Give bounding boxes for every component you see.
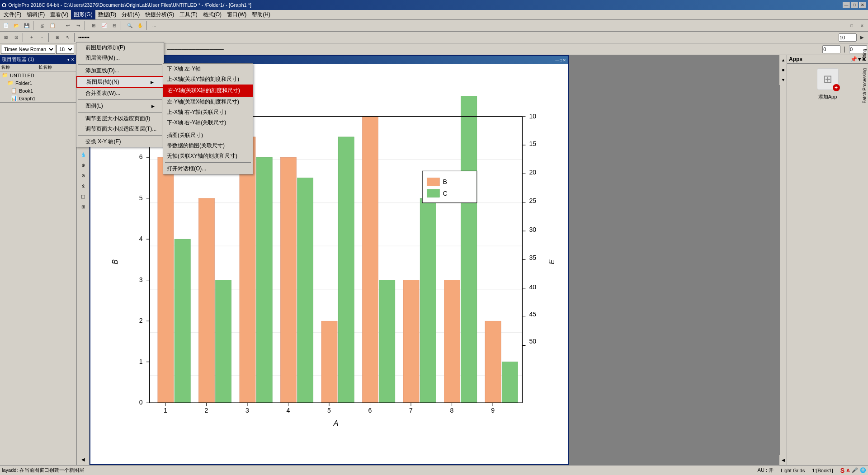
tray-icon-mic: 🎤 <box>852 467 858 473</box>
menu-view[interactable]: 查看(V) <box>47 10 71 19</box>
tb2-zoom-out[interactable]: - <box>37 33 47 42</box>
menu-fit-page[interactable]: 调节页面大小以适应图层(T)... <box>76 124 164 134</box>
menu-tools[interactable]: 工具(T) <box>177 10 200 19</box>
fmt-number-input[interactable] <box>822 45 840 53</box>
nl-bottom-right-linked[interactable]: 下-X轴 右-Y轴(关联尺寸) <box>163 118 253 128</box>
toolbar-number-input[interactable] <box>839 33 857 42</box>
maximize-button[interactable]: □ <box>851 2 858 8</box>
vt-picker[interactable]: 💧 <box>78 150 88 160</box>
y-label-1: 1 <box>139 358 143 365</box>
x-label-8: 8 <box>450 407 454 414</box>
nl-inset-data[interactable]: 带数据的插图(关联尺寸) <box>163 141 253 151</box>
add-icon-symbol: ⊞ <box>823 73 832 85</box>
add-app-label: 添加App <box>818 94 837 100</box>
add-btn[interactable]: + <box>833 84 840 91</box>
x-label-5: 5 <box>327 407 331 414</box>
vt-screen-reader[interactable]: ⊗ <box>78 170 88 180</box>
nl-top-linked-y[interactable]: 上-X轴(关联Y轴的刻度和尺寸) <box>163 74 253 85</box>
tray-icon-a: A <box>846 468 850 473</box>
vt-region[interactable]: ⊞ <box>78 202 88 212</box>
graph-close-btn[interactable]: ✕ <box>563 58 566 62</box>
menu-data[interactable]: 数据(D) <box>95 10 119 19</box>
nl-open-dialog[interactable]: 打开对话框(O)... <box>163 164 253 174</box>
graph-max-btn[interactable]: □ <box>560 58 562 62</box>
nl-inset[interactable]: 插图(关联尺寸) <box>163 130 253 141</box>
tb2-rescale[interactable]: ⊠ <box>1 33 11 42</box>
tb-save[interactable]: 💾 <box>22 21 32 31</box>
menu-analysis[interactable]: 分析(A) <box>119 10 142 19</box>
tb-child-max[interactable]: □ <box>847 21 857 31</box>
menu-window[interactable]: 窗口(W) <box>224 10 249 19</box>
tb2-fit[interactable]: ⊞ <box>52 33 62 42</box>
minimize-button[interactable]: — <box>843 2 850 8</box>
tb-copy[interactable]: 📋 <box>47 21 57 31</box>
menu-format[interactable]: 格式(O) <box>200 10 224 19</box>
apps-panel: Apps 📌 ▾ ✕ ⊞ + 添加App Fitting Batch Proce… <box>787 55 868 465</box>
apps-minimize[interactable]: ▾ <box>858 56 861 62</box>
nl-no-axis[interactable]: 无轴(关联XY轴的刻度和尺寸) <box>163 151 253 161</box>
font-select[interactable]: Times New Roman <box>1 45 55 54</box>
menu-swap-xy[interactable]: 交换 X-Y 轴(E) <box>76 136 164 147</box>
tb-child-min[interactable]: — <box>836 21 846 31</box>
tb-worksheet[interactable]: ⊞ <box>89 21 99 31</box>
tab-fitting[interactable]: Fitting <box>861 45 868 65</box>
sep-1 <box>78 64 162 65</box>
add-app-icon[interactable]: ⊞ + <box>817 68 839 90</box>
menu-add-current[interactable]: 前图层内添加(P) <box>76 42 164 53</box>
vt-data-reader[interactable]: ⊕ <box>78 160 88 170</box>
menu-graph[interactable]: 图形(G) <box>71 10 95 19</box>
x-label-3: 3 <box>245 407 249 414</box>
menu-merge[interactable]: 合并图表(W)... <box>76 88 164 99</box>
tb-undo[interactable]: ↩ <box>63 21 73 31</box>
tb-child-close[interactable]: ✕ <box>857 21 867 31</box>
nl-right-linked-x[interactable]: 右-Y轴(关联X轴的刻度和尺寸) <box>163 85 253 97</box>
sep-3 <box>78 112 162 113</box>
graph-min-btn[interactable]: — <box>555 58 559 62</box>
menu-layer-mgr[interactable]: 图层管理(M)... <box>76 53 164 63</box>
menu-new-layer[interactable]: 新图层(轴)(N) <box>76 76 164 88</box>
col-name: 名称 <box>1 64 38 71</box>
nl-top-right-linked[interactable]: 上-X轴 右-Y轴(关联尺寸) <box>163 107 253 118</box>
x-axis-label: A <box>333 419 339 427</box>
tb-matrix[interactable]: ⊟ <box>109 21 119 31</box>
tb-graph[interactable]: 📈 <box>99 21 109 31</box>
pm-controls[interactable]: ▾ ✕ <box>67 57 75 62</box>
tb2-autoscale[interactable]: ⊡ <box>11 33 21 42</box>
tree-book1[interactable]: 📋 Book1 <box>0 87 76 94</box>
tab-batch[interactable]: Batch Processing <box>861 65 868 107</box>
tb-pan[interactable]: ✋ <box>135 21 145 31</box>
nl-bottom-left[interactable]: 下-X轴 左-Y轴 <box>163 64 253 74</box>
tb2-sep3 <box>74 33 77 42</box>
apps-pin[interactable]: 📌 <box>850 56 857 62</box>
legend-B-label: B <box>443 178 447 185</box>
nl-sep1 <box>165 129 251 129</box>
vt-annotation[interactable]: ※ <box>78 181 88 191</box>
graph1-label: Graph1 <box>19 96 36 101</box>
tree-graph1[interactable]: 📊 Graph1 <box>0 94 76 102</box>
tb-new[interactable]: 📄 <box>1 21 11 31</box>
vt-expand[interactable]: ◀ <box>78 454 88 464</box>
font-size-select[interactable]: 18 <box>56 45 74 54</box>
tb2-select[interactable]: ↖ <box>63 33 73 42</box>
vt-mask[interactable]: ◫ <box>78 191 88 201</box>
menu-legend[interactable]: 图例(L) <box>76 101 164 111</box>
tb-print[interactable]: 🖨 <box>37 21 47 31</box>
menu-quick[interactable]: 快捷分析(S) <box>142 10 177 19</box>
nl-left-linked-x[interactable]: 左-Y轴(关联X轴的刻度和尺寸) <box>163 97 253 107</box>
sep5 <box>146 21 149 30</box>
menu-edit[interactable]: 编辑(E) <box>24 10 47 19</box>
menu-help[interactable]: 帮助(H) <box>249 10 273 19</box>
tb-zoom[interactable]: 🔍 <box>125 21 135 31</box>
tree-folder1[interactable]: 📁 Folder1 <box>0 79 76 87</box>
tree-untitled[interactable]: 📁 UNTITLED <box>0 71 76 79</box>
tb2-zoom-in[interactable]: + <box>27 33 37 42</box>
tb-open[interactable]: 📂 <box>11 21 21 31</box>
bar-7-C <box>420 198 436 403</box>
menu-file[interactable]: 文件(F) <box>1 10 24 19</box>
tb2-apply[interactable]: ▶ <box>857 33 867 42</box>
menu-add-line[interactable]: 添加直线(D)... <box>76 66 164 76</box>
tb-spacer: ... <box>152 23 156 28</box>
tb-redo[interactable]: ↪ <box>73 21 83 31</box>
close-button[interactable]: ✕ <box>859 2 866 8</box>
menu-fit-layer[interactable]: 调节图层大小以适应页面(I) <box>76 113 164 124</box>
